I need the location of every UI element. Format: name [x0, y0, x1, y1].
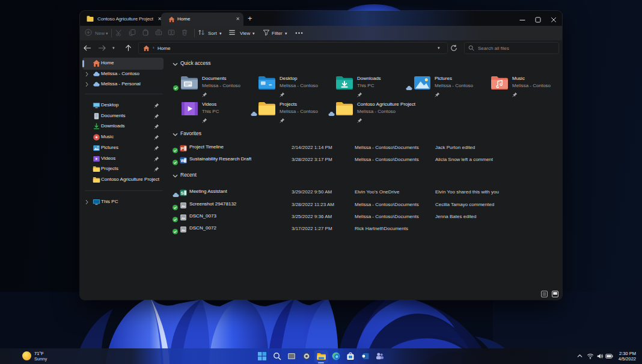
- svg-text:S: S: [181, 190, 184, 196]
- svg-text:W: W: [181, 158, 186, 163]
- svg-text:P: P: [181, 146, 184, 151]
